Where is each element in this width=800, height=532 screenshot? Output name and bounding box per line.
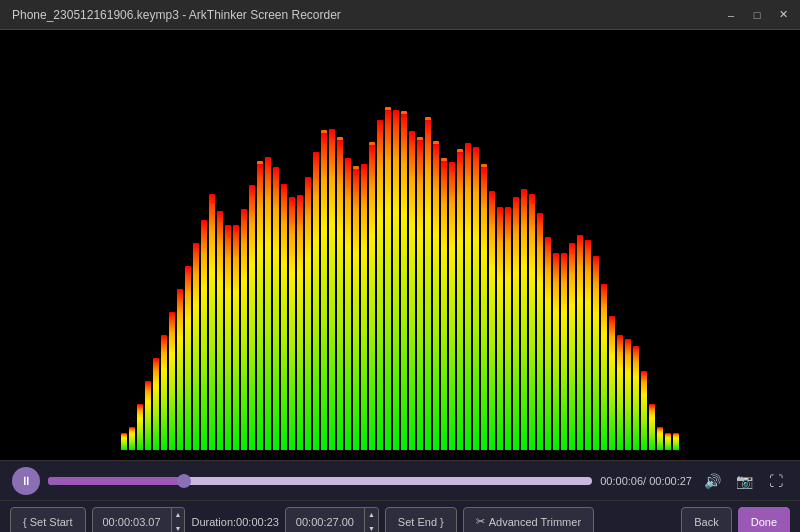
set-start-label: { Set Start: [23, 516, 73, 528]
waveform-bar: [409, 131, 415, 450]
waveform-bar: [345, 158, 351, 450]
seek-bar[interactable]: [48, 477, 592, 485]
waveform-bar: [273, 167, 279, 450]
time-display: 00:00:06/ 00:00:27: [600, 475, 692, 487]
waveform-bar: [153, 358, 159, 450]
waveform-bar: [201, 220, 207, 450]
start-time-down[interactable]: ▼: [172, 522, 185, 533]
volume-button[interactable]: 🔊: [700, 469, 724, 493]
waveform-bar: [545, 237, 551, 450]
waveform-bar: [385, 110, 391, 450]
done-label: Done: [751, 516, 777, 528]
main-content-area: [0, 30, 800, 460]
playback-controls: ⏸ 00:00:06/ 00:00:27 🔊 📷 ⛶: [0, 460, 800, 500]
waveform-bar: [433, 144, 439, 450]
waveform-bar: [169, 312, 175, 450]
waveform-bar: [241, 209, 247, 450]
back-button[interactable]: Back: [681, 507, 731, 533]
waveform-bar: [289, 197, 295, 450]
seek-bar-fill: [48, 477, 184, 485]
end-time-spinner: ▲ ▼: [285, 507, 379, 533]
waveform-bar: [617, 335, 623, 450]
waveform-bar: [361, 164, 367, 450]
end-time-up[interactable]: ▲: [365, 508, 378, 522]
seek-handle[interactable]: [177, 474, 191, 488]
scissors-icon: ✂: [476, 515, 485, 528]
waveform-bar: [609, 316, 615, 450]
waveform-bar: [665, 433, 671, 450]
waveform-bar: [225, 225, 231, 450]
waveform-bar: [369, 145, 375, 450]
window-title: Phone_230512161906.keymp3 - ArkThinker S…: [12, 8, 341, 22]
window-controls: – □ ✕: [722, 6, 792, 24]
waveform-bar: [257, 164, 263, 450]
close-button[interactable]: ✕: [774, 6, 792, 24]
waveform-display: [0, 100, 800, 460]
waveform-bar: [657, 427, 663, 450]
set-end-button[interactable]: Set End }: [385, 507, 457, 533]
waveform-bar: [441, 161, 447, 450]
maximize-button[interactable]: □: [748, 6, 766, 24]
waveform-bar: [577, 235, 583, 450]
waveform-bar: [177, 289, 183, 450]
waveform-bar: [569, 243, 575, 450]
waveform-bar: [209, 194, 215, 450]
start-time-spinner: ▲ ▼: [92, 507, 186, 533]
waveform-bar: [337, 140, 343, 450]
waveform-bar: [393, 110, 399, 450]
waveform-bar: [121, 433, 127, 450]
waveform-bar: [249, 185, 255, 450]
set-end-label: Set End }: [398, 516, 444, 528]
waveform-bar: [521, 189, 527, 450]
waveform-bar: [329, 129, 335, 450]
waveform-bar: [513, 197, 519, 450]
waveform-bar: [193, 243, 199, 450]
fullscreen-button[interactable]: ⛶: [764, 469, 788, 493]
waveform-bar: [401, 114, 407, 450]
advanced-trimmer-label: Advanced Trimmer: [489, 516, 581, 528]
waveform-bar: [641, 371, 647, 450]
done-button[interactable]: Done: [738, 507, 790, 533]
waveform-bar: [217, 211, 223, 450]
bottom-toolbar: { Set Start ▲ ▼ Duration:00:00:23 ▲ ▼ Se…: [0, 500, 800, 532]
waveform-bar: [313, 152, 319, 450]
end-time-down[interactable]: ▼: [365, 522, 378, 533]
waveform-bar: [425, 120, 431, 450]
waveform-bar: [561, 253, 567, 450]
waveform-bar: [449, 162, 455, 450]
waveform-bar: [321, 133, 327, 450]
total-time: 00:00:27: [649, 475, 692, 487]
end-time-input[interactable]: [285, 507, 365, 533]
play-pause-icon: ⏸: [20, 474, 32, 488]
waveform-bar: [417, 140, 423, 450]
back-label: Back: [694, 516, 718, 528]
start-time-arrows: ▲ ▼: [172, 507, 186, 533]
waveform-bar: [633, 346, 639, 450]
advanced-trimmer-button[interactable]: ✂ Advanced Trimmer: [463, 507, 594, 533]
waveform-bar: [281, 184, 287, 450]
duration-display: Duration:00:00:23: [191, 516, 278, 528]
waveform-bar: [377, 120, 383, 450]
waveform-bar: [353, 169, 359, 450]
waveform-bar: [601, 284, 607, 450]
waveform-bar: [625, 339, 631, 450]
set-start-button[interactable]: { Set Start: [10, 507, 86, 533]
waveform-bar: [129, 427, 135, 450]
waveform-bar: [505, 207, 511, 450]
screenshot-button[interactable]: 📷: [732, 469, 756, 493]
waveform-bar: [649, 404, 655, 450]
start-time-input[interactable]: [92, 507, 172, 533]
start-time-up[interactable]: ▲: [172, 508, 185, 522]
waveform-bar: [497, 207, 503, 450]
waveform-bar: [529, 194, 535, 450]
waveform-bar: [553, 253, 559, 450]
minimize-button[interactable]: –: [722, 6, 740, 24]
waveform-bar: [185, 266, 191, 450]
waveform-bar: [489, 191, 495, 450]
waveform-bar: [673, 433, 679, 450]
play-pause-button[interactable]: ⏸: [12, 467, 40, 495]
waveform-bar: [465, 143, 471, 450]
waveform-bar: [265, 157, 271, 450]
waveform-bar: [305, 177, 311, 450]
waveform-bar: [593, 256, 599, 450]
